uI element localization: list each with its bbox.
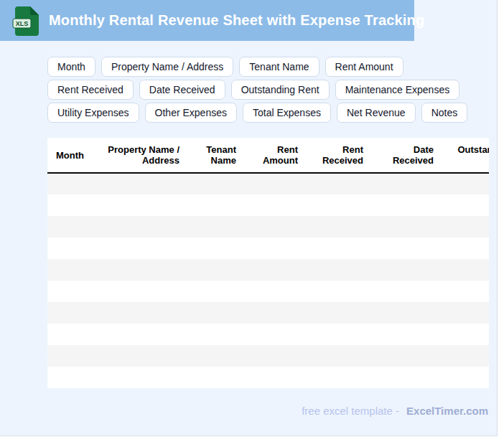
empty-cell [304,173,369,194]
column-chip[interactable]: Month [47,57,95,77]
empty-cell [185,194,242,216]
empty-cell [369,216,439,238]
table-header-cell: Property Name / Address [93,138,185,173]
empty-cell [439,367,489,388]
empty-cell [439,302,489,324]
table-row [47,216,489,238]
table-row [47,238,489,259]
empty-cell [185,302,242,324]
column-chip[interactable]: Outstanding Rent [231,80,330,100]
empty-cell [304,194,369,216]
empty-cell [304,216,369,238]
empty-cell [93,281,185,302]
table-row [47,281,489,302]
sheet-table: MonthProperty Name / AddressTenant NameR… [47,138,489,388]
empty-cell [304,302,369,324]
empty-cell [93,238,185,259]
empty-cell [242,259,304,281]
empty-cell [185,238,242,259]
empty-cell [439,345,489,367]
empty-cell [47,238,93,259]
column-chip[interactable]: Net Revenue [337,103,416,123]
empty-cell [369,194,439,216]
column-chip[interactable]: Other Expenses [145,103,237,123]
table-row [47,324,489,345]
empty-cell [369,324,439,345]
empty-cell [369,302,439,324]
empty-cell [369,345,439,367]
empty-cell [369,173,439,194]
table-header-cell: Month [47,138,93,173]
empty-cell [439,281,489,302]
empty-cell [47,216,93,238]
column-chip-list: MonthProperty Name / AddressTenant NameR… [47,57,494,123]
column-chip[interactable]: Maintenance Expenses [335,80,460,100]
empty-cell [185,324,242,345]
brand-link[interactable]: ExcelTimer.com [406,405,488,417]
xls-file-icon: XLS [11,6,39,36]
empty-cell [242,345,304,367]
column-chip[interactable]: Total Expenses [243,103,331,123]
header-row: MonthProperty Name / AddressTenant NameR… [47,138,489,173]
empty-cell [242,367,304,388]
empty-cell [47,367,93,388]
table-header-cell: Rent Received [304,138,369,173]
empty-cell [304,324,369,345]
empty-cell [369,281,439,302]
sheet-table-head: MonthProperty Name / AddressTenant NameR… [47,138,489,173]
table-row [47,367,489,388]
empty-cell [93,345,185,367]
empty-cell [47,194,93,216]
empty-cell [93,367,185,388]
empty-cell [242,281,304,302]
empty-cell [185,367,242,388]
empty-cell [242,324,304,345]
empty-cell [304,345,369,367]
column-chip[interactable]: Notes [421,103,468,123]
column-chip[interactable]: Tenant Name [239,57,319,77]
empty-cell [185,259,242,281]
table-header-cell: Date Received [369,138,439,173]
column-chip[interactable]: Rent Received [47,80,134,100]
empty-cell [439,173,489,194]
empty-cell [47,345,93,367]
empty-cell [93,173,185,194]
empty-cell [185,173,242,194]
page-card: XLS Monthly Rental Revenue Sheet with Ex… [0,0,498,436]
empty-cell [439,194,489,216]
empty-cell [93,302,185,324]
column-chip[interactable]: Utility Expenses [47,103,139,123]
empty-cell [185,216,242,238]
sheet-table-body [47,173,489,388]
column-chip[interactable]: Rent Amount [325,57,403,77]
empty-cell [93,324,185,345]
empty-cell [185,345,242,367]
empty-cell [47,281,93,302]
column-chip[interactable]: Property Name / Address [101,57,233,77]
empty-cell [242,302,304,324]
table-row [47,345,489,367]
table-header-cell: Tenant Name [185,138,242,173]
empty-cell [369,367,439,388]
empty-cell [242,194,304,216]
empty-cell [304,367,369,388]
empty-cell [93,259,185,281]
table-row [47,194,489,216]
xls-badge-text: XLS [16,20,29,27]
empty-cell [242,216,304,238]
title-bar: XLS Monthly Rental Revenue Sheet with Ex… [0,0,414,41]
table-header-cell: Rent Amount [242,138,304,173]
column-chip[interactable]: Date Received [139,80,225,100]
empty-cell [93,216,185,238]
empty-cell [185,281,242,302]
table-row [47,259,489,281]
empty-cell [242,173,304,194]
sheet-preview: MonthProperty Name / AddressTenant NameR… [47,138,489,388]
footer-label: free excel template - [302,405,399,417]
empty-cell [47,173,93,194]
empty-cell [47,259,93,281]
empty-cell [47,324,93,345]
footer-credit: free excel template - ExcelTimer.com [302,405,488,417]
empty-cell [242,238,304,259]
empty-cell [304,259,369,281]
